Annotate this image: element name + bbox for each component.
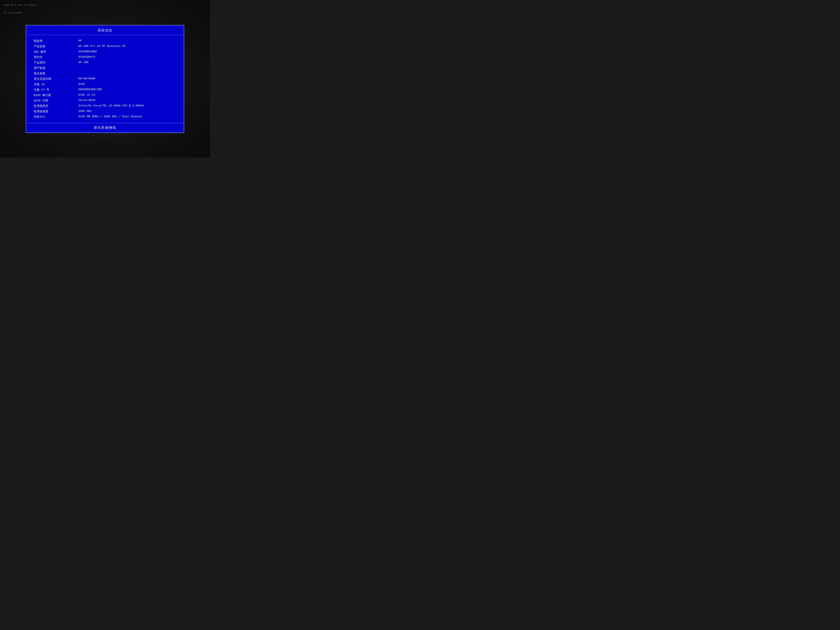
table-row: 产品系列HP 280 bbox=[33, 60, 177, 65]
table-row: 处理器速度3000 MHz bbox=[33, 109, 177, 114]
table-row: SKU 编号4SX38PA#AB2 bbox=[33, 49, 177, 55]
table-row: BIOS 修订版843C vF.13 bbox=[33, 93, 177, 98]
table-row: 主板 CT 号PGSXR0C0GB7JRP bbox=[33, 87, 177, 93]
field-value bbox=[74, 71, 177, 76]
bios-window: 系统信息 制造商HP产品名称HP 280 Pro G4 MT Business … bbox=[26, 25, 184, 133]
table-row: 物主标签 bbox=[33, 71, 177, 76]
table-row: 序列号8CG8380075 bbox=[33, 55, 177, 60]
field-label: 主板 CT 号 bbox=[33, 87, 74, 93]
table-row: 内存大小8192 MB DDR4 / 2666 MHz / Dual Chann… bbox=[33, 114, 177, 120]
field-value: Intel(R) Core(TM) i5-8500 CPU @ 3.00GHz bbox=[74, 103, 177, 109]
field-label: 内存大小 bbox=[33, 114, 74, 120]
bios-content: 制造商HP产品名称HP 280 Pro G4 MT Business PCSKU… bbox=[26, 35, 184, 123]
field-label: 首次启动日期 bbox=[33, 76, 74, 82]
table-row: 主板 ID843C bbox=[33, 82, 177, 87]
field-label: 序列号 bbox=[33, 55, 74, 60]
table-row: 资产标签 bbox=[33, 65, 177, 71]
table-row: 首次启动日期00/00/0000 bbox=[33, 76, 177, 82]
field-value: 8192 MB DDR4 / 2666 MHz / Dual Channel bbox=[74, 114, 177, 120]
field-label: SKU 编号 bbox=[33, 49, 74, 55]
field-label: 处理器速度 bbox=[33, 109, 74, 114]
field-label: BIOS 修订版 bbox=[33, 93, 74, 98]
field-value: 00/00/0000 bbox=[74, 76, 177, 82]
field-label: 产品名称 bbox=[33, 44, 74, 49]
bios-footer[interactable]: 按任意键继续 bbox=[26, 123, 184, 133]
table-row: 处理器类型Intel(R) Core(TM) i5-8500 CPU @ 3.0… bbox=[33, 103, 177, 109]
field-label: 产品系列 bbox=[33, 60, 74, 65]
field-value: HP 280 bbox=[74, 60, 177, 65]
date-status: 13 10/11/2018 bbox=[4, 11, 22, 14]
field-value: HP 280 Pro G4 MT Business PC bbox=[74, 44, 177, 49]
field-value: 3000 MHz bbox=[74, 109, 177, 114]
top-left-status: 6456 MH 2 Test of memory bbox=[4, 4, 37, 6]
bios-title: 系统信息 bbox=[26, 25, 184, 35]
field-label: 物主标签 bbox=[33, 71, 74, 76]
field-value bbox=[74, 65, 177, 71]
field-value: 4SX38PA#AB2 bbox=[74, 49, 177, 55]
field-value: 843C vF.13 bbox=[74, 93, 177, 98]
field-label: 处理器类型 bbox=[33, 103, 74, 109]
field-label: 主板 ID bbox=[33, 82, 74, 87]
field-label: 制造商 bbox=[33, 38, 74, 44]
field-value: 10/11/2018 bbox=[74, 98, 177, 103]
table-row: 制造商HP bbox=[33, 38, 177, 44]
table-row: 产品名称HP 280 Pro G4 MT Business PC bbox=[33, 44, 177, 49]
field-value: HP bbox=[74, 38, 177, 44]
info-table: 制造商HP产品名称HP 280 Pro G4 MT Business PCSKU… bbox=[33, 38, 177, 120]
field-label: 资产标签 bbox=[33, 65, 74, 71]
field-label: BIOS 日期 bbox=[33, 98, 74, 103]
field-value: 8CG8380075 bbox=[74, 55, 177, 60]
field-value: PGSXR0C0GB7JRP bbox=[74, 87, 177, 93]
table-row: BIOS 日期10/11/2018 bbox=[33, 98, 177, 103]
field-value: 843C bbox=[74, 82, 177, 87]
